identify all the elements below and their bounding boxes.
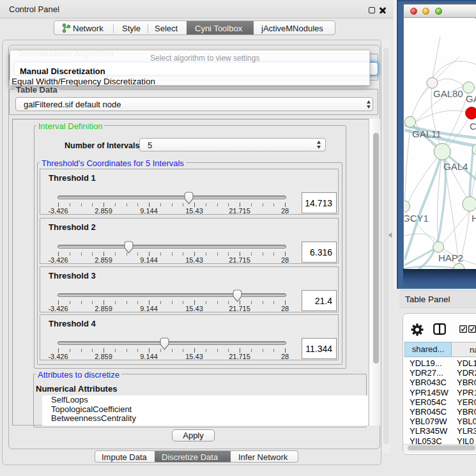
svg-text:GA: GA <box>466 93 476 104</box>
svg-text:GAL11: GAL11 <box>412 128 441 139</box>
svg-text:GAL4: GAL4 <box>443 161 468 172</box>
svg-text:HAP2: HAP2 <box>438 252 463 263</box>
svg-text:H: H <box>472 213 476 224</box>
svg-text:GAL80: GAL80 <box>433 88 463 99</box>
svg-text:C: C <box>470 121 476 132</box>
svg-text:GCY1: GCY1 <box>404 213 429 224</box>
